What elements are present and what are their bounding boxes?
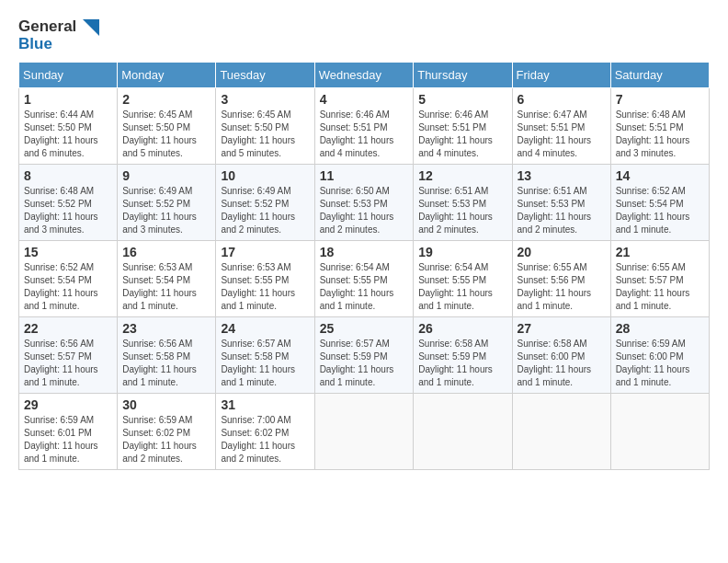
sunrise-label: Sunrise: 6:57 AM: [320, 339, 390, 349]
day-info: Sunrise: 6:50 AM Sunset: 5:53 PM Dayligh…: [320, 185, 409, 236]
sunrise-label: Sunrise: 6:46 AM: [418, 109, 488, 120]
sunset-label: Sunset: 5:57 PM: [24, 351, 92, 362]
calendar-week-row: 22 Sunrise: 6:56 AM Sunset: 5:57 PM Dayl…: [19, 317, 710, 394]
sunrise-label: Sunrise: 6:51 AM: [418, 186, 488, 196]
sunset-label: Sunset: 5:53 PM: [418, 199, 486, 209]
day-number: 30: [122, 397, 210, 412]
calendar-cell: 20 Sunrise: 6:55 AM Sunset: 5:56 PM Dayl…: [512, 241, 610, 317]
sunset-label: Sunset: 6:02 PM: [221, 428, 289, 438]
calendar-cell: 17 Sunrise: 6:53 AM Sunset: 5:55 PM Dayl…: [216, 241, 314, 317]
sunrise-label: Sunrise: 6:51 AM: [518, 186, 587, 196]
calendar-cell: 24 Sunrise: 6:57 AM Sunset: 5:58 PM Dayl…: [216, 317, 314, 394]
sunset-label: Sunset: 5:54 PM: [122, 275, 190, 285]
daylight-label: Daylight: 11 hours and 4 minutes.: [418, 135, 493, 158]
day-info: Sunrise: 6:56 AM Sunset: 5:58 PM Dayligh…: [122, 338, 210, 389]
calendar-week-row: 1 Sunrise: 6:44 AM Sunset: 5:50 PM Dayli…: [19, 88, 710, 165]
day-info: Sunrise: 6:54 AM Sunset: 5:55 PM Dayligh…: [320, 261, 409, 313]
day-info: Sunrise: 6:49 AM Sunset: 5:52 PM Dayligh…: [122, 185, 210, 236]
calendar-day-header: Sunday: [19, 63, 118, 88]
day-info: Sunrise: 6:53 AM Sunset: 5:54 PM Dayligh…: [122, 261, 210, 313]
day-info: Sunrise: 6:59 AM Sunset: 6:01 PM Dayligh…: [24, 414, 112, 465]
day-info: Sunrise: 6:58 AM Sunset: 6:00 PM Dayligh…: [518, 338, 606, 389]
day-info: Sunrise: 6:44 AM Sunset: 5:50 PM Dayligh…: [24, 109, 112, 160]
calendar-week-row: 15 Sunrise: 6:52 AM Sunset: 5:54 PM Dayl…: [19, 241, 710, 317]
sunrise-label: Sunrise: 6:55 AM: [616, 262, 686, 272]
sunrise-label: Sunrise: 6:56 AM: [24, 339, 94, 349]
daylight-label: Daylight: 11 hours and 1 minute.: [616, 212, 690, 235]
day-info: Sunrise: 6:59 AM Sunset: 6:02 PM Dayligh…: [122, 414, 210, 465]
calendar-cell: 11 Sunrise: 6:50 AM Sunset: 5:53 PM Dayl…: [314, 165, 414, 241]
sunset-label: Sunset: 5:50 PM: [122, 122, 190, 132]
sunset-label: Sunset: 5:53 PM: [320, 199, 388, 209]
calendar-cell: 16 Sunrise: 6:53 AM Sunset: 5:54 PM Dayl…: [118, 241, 216, 317]
calendar-cell: 15 Sunrise: 6:52 AM Sunset: 5:54 PM Dayl…: [19, 241, 118, 317]
sunrise-label: Sunrise: 6:52 AM: [24, 262, 94, 272]
sunset-label: Sunset: 6:01 PM: [24, 428, 92, 438]
sunrise-label: Sunrise: 6:58 AM: [518, 339, 587, 349]
day-info: Sunrise: 6:58 AM Sunset: 5:59 PM Dayligh…: [418, 338, 506, 389]
logo-blue: Blue: [18, 36, 99, 53]
calendar-day-header: Friday: [512, 63, 610, 88]
daylight-label: Daylight: 11 hours and 1 minute.: [221, 364, 295, 387]
day-info: Sunrise: 6:46 AM Sunset: 5:51 PM Dayligh…: [320, 109, 409, 160]
daylight-label: Daylight: 11 hours and 2 minutes.: [518, 212, 592, 235]
day-info: Sunrise: 6:56 AM Sunset: 5:57 PM Dayligh…: [24, 338, 112, 389]
sunset-label: Sunset: 5:51 PM: [418, 122, 486, 132]
calendar-cell: 27 Sunrise: 6:58 AM Sunset: 6:00 PM Dayl…: [512, 317, 610, 394]
day-info: Sunrise: 6:55 AM Sunset: 5:57 PM Dayligh…: [616, 261, 704, 313]
calendar-cell: 31 Sunrise: 7:00 AM Sunset: 6:02 PM Dayl…: [216, 394, 314, 470]
sunrise-label: Sunrise: 6:59 AM: [616, 339, 686, 349]
day-info: Sunrise: 6:47 AM Sunset: 5:51 PM Dayligh…: [518, 109, 606, 160]
sunrise-label: Sunrise: 7:00 AM: [221, 415, 290, 425]
day-number: 5: [418, 92, 506, 107]
daylight-label: Daylight: 11 hours and 5 minutes.: [122, 135, 197, 158]
day-info: Sunrise: 6:48 AM Sunset: 5:51 PM Dayligh…: [616, 109, 704, 160]
sunrise-label: Sunrise: 6:44 AM: [24, 109, 94, 120]
day-number: 4: [320, 92, 409, 107]
day-info: Sunrise: 6:54 AM Sunset: 5:55 PM Dayligh…: [418, 261, 506, 313]
daylight-label: Daylight: 11 hours and 3 minutes.: [616, 135, 690, 158]
sunset-label: Sunset: 5:58 PM: [122, 351, 190, 362]
daylight-label: Daylight: 11 hours and 1 minute.: [221, 288, 295, 311]
day-info: Sunrise: 6:52 AM Sunset: 5:54 PM Dayligh…: [616, 185, 704, 236]
daylight-label: Daylight: 11 hours and 4 minutes.: [518, 135, 592, 158]
calendar-week-row: 8 Sunrise: 6:48 AM Sunset: 5:52 PM Dayli…: [19, 165, 710, 241]
daylight-label: Daylight: 11 hours and 4 minutes.: [320, 135, 394, 158]
day-number: 9: [122, 168, 210, 183]
sunrise-label: Sunrise: 6:50 AM: [320, 186, 390, 196]
day-number: 12: [418, 168, 506, 183]
sunset-label: Sunset: 5:50 PM: [221, 122, 289, 132]
day-info: Sunrise: 6:57 AM Sunset: 5:59 PM Dayligh…: [320, 338, 409, 389]
daylight-label: Daylight: 11 hours and 5 minutes.: [221, 135, 295, 158]
calendar-header-row: SundayMondayTuesdayWednesdayThursdayFrid…: [19, 63, 710, 88]
calendar-day-header: Monday: [118, 63, 216, 88]
sunrise-label: Sunrise: 6:54 AM: [320, 262, 390, 272]
sunrise-label: Sunrise: 6:49 AM: [221, 186, 290, 196]
svg-marker-0: [83, 19, 99, 36]
sunset-label: Sunset: 5:55 PM: [221, 275, 289, 285]
day-number: 13: [518, 168, 606, 183]
daylight-label: Daylight: 11 hours and 6 minutes.: [24, 135, 98, 158]
sunrise-label: Sunrise: 6:59 AM: [122, 415, 192, 425]
sunrise-label: Sunrise: 6:58 AM: [418, 339, 488, 349]
day-number: 26: [418, 321, 506, 336]
day-number: 20: [518, 245, 606, 259]
daylight-label: Daylight: 11 hours and 1 minute.: [24, 288, 98, 311]
day-info: Sunrise: 6:57 AM Sunset: 5:58 PM Dayligh…: [221, 338, 309, 389]
sunset-label: Sunset: 5:56 PM: [518, 275, 586, 285]
sunset-label: Sunset: 5:52 PM: [24, 199, 92, 209]
daylight-label: Daylight: 11 hours and 1 minute.: [122, 364, 197, 387]
daylight-label: Daylight: 11 hours and 1 minute.: [616, 288, 690, 311]
calendar-cell: 8 Sunrise: 6:48 AM Sunset: 5:52 PM Dayli…: [19, 165, 118, 241]
sunset-label: Sunset: 5:57 PM: [616, 275, 684, 285]
sunset-label: Sunset: 5:58 PM: [221, 351, 289, 362]
sunrise-label: Sunrise: 6:47 AM: [518, 109, 587, 120]
daylight-label: Daylight: 11 hours and 2 minutes.: [122, 441, 197, 464]
logo: General Blue: [18, 18, 99, 52]
calendar-cell: 9 Sunrise: 6:49 AM Sunset: 5:52 PM Dayli…: [118, 165, 216, 241]
sunrise-label: Sunrise: 6:46 AM: [320, 109, 390, 120]
calendar-cell: 19 Sunrise: 6:54 AM Sunset: 5:55 PM Dayl…: [414, 241, 512, 317]
calendar-cell: 22 Sunrise: 6:56 AM Sunset: 5:57 PM Dayl…: [19, 317, 118, 394]
day-number: 21: [616, 245, 704, 259]
sunrise-label: Sunrise: 6:59 AM: [24, 415, 94, 425]
